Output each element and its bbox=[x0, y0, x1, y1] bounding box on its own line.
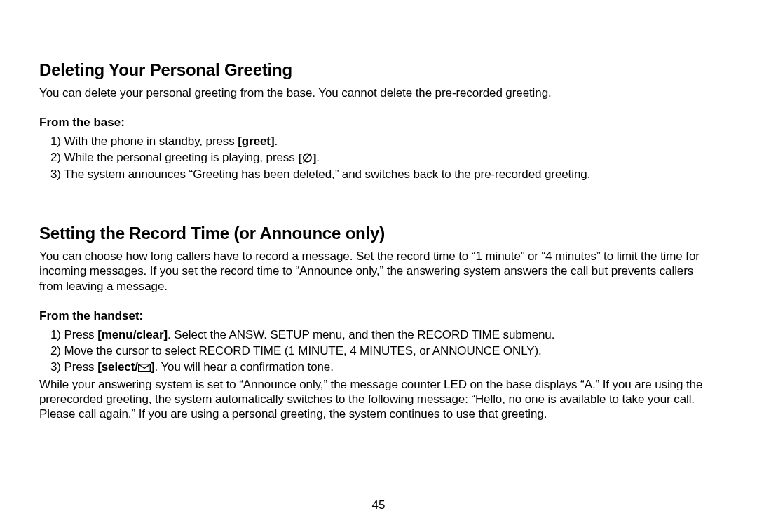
step-bold: [select/] bbox=[97, 360, 154, 374]
step-2: 2) While the personal greeting is playin… bbox=[50, 150, 718, 167]
subheading-from-base: From the base: bbox=[39, 116, 718, 130]
heading-record-time: Setting the Record Time (or Announce onl… bbox=[39, 224, 718, 243]
page-number: 45 bbox=[0, 498, 757, 512]
step-3: 3) Press [select/]. You will hear a conf… bbox=[50, 360, 718, 376]
step-list-handset: 1) Press [menu/clear]. Select the ANSW. … bbox=[39, 327, 718, 376]
footnote-text: While your answering system is set to “A… bbox=[39, 377, 718, 422]
step-bold: [greet] bbox=[238, 135, 274, 148]
step-3: 3) The system announces “Greeting has be… bbox=[50, 167, 718, 183]
delete-icon: [∅] bbox=[298, 151, 316, 167]
step-text: . You will hear a confirmation tone. bbox=[154, 360, 333, 374]
step-1: 1) Press [menu/clear]. Select the ANSW. … bbox=[50, 327, 718, 343]
intro-text: You can choose how long callers have to … bbox=[39, 249, 718, 294]
section-record-time: Setting the Record Time (or Announce onl… bbox=[39, 224, 718, 421]
step-bold: [menu/clear] bbox=[97, 328, 168, 341]
step-text: 3) Press bbox=[50, 360, 97, 374]
intro-text: You can delete your personal greeting fr… bbox=[39, 86, 718, 100]
step-text: 1) Press bbox=[50, 328, 97, 341]
step-text: . bbox=[316, 151, 320, 164]
step-text: . bbox=[275, 135, 278, 148]
step-1: 1) With the phone in standby, press [gre… bbox=[50, 134, 718, 150]
step-text: 2) While the personal greeting is playin… bbox=[50, 151, 298, 164]
step-text: . Select the ANSW. SETUP menu, and then … bbox=[168, 328, 554, 341]
step-text: 1) With the phone in standby, press bbox=[50, 135, 238, 148]
step-2: 2) Move the cursor to select RECORD TIME… bbox=[50, 343, 718, 360]
step-list-base: 1) With the phone in standby, press [gre… bbox=[39, 134, 718, 183]
section-deleting-greeting: Deleting Your Personal Greeting You can … bbox=[39, 60, 718, 183]
subheading-from-handset: From the handset: bbox=[39, 309, 718, 323]
envelope-icon bbox=[138, 364, 151, 372]
heading-delete-greeting: Deleting Your Personal Greeting bbox=[39, 60, 718, 80]
